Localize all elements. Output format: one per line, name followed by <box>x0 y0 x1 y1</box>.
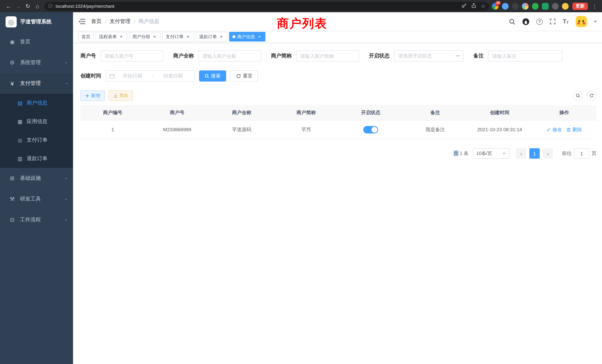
github-icon[interactable] <box>522 18 529 25</box>
sidebar-item-label: 商户信息 <box>27 100 47 106</box>
close-icon[interactable]: × <box>152 34 157 39</box>
tab-home[interactable]: 首页 <box>78 32 94 42</box>
share-icon[interactable] <box>471 3 476 10</box>
prev-page-button[interactable]: ‹ <box>516 148 526 159</box>
goto-page-input[interactable] <box>574 148 589 159</box>
toolbar-right <box>573 91 596 101</box>
tab-pay-order[interactable]: 支付订单× <box>162 32 194 42</box>
date-range-picker[interactable]: 开始日期 - 结束日期 <box>106 70 195 82</box>
page-info-icon[interactable]: ⓘ <box>48 3 53 9</box>
sidebar-item-system[interactable]: ⚙ 系统管理 › <box>0 52 73 73</box>
back-icon[interactable]: ← <box>4 1 13 11</box>
filter-remark: 备注 <box>473 50 562 62</box>
reset-button[interactable]: 重置 <box>231 70 258 82</box>
table-row: 1 M233666999 芋道源码 芋艿 我是备注 2021-10-23 08:… <box>80 120 596 139</box>
search-icon[interactable] <box>509 18 515 25</box>
close-icon[interactable]: × <box>119 34 124 39</box>
delete-link[interactable]: 删除 <box>566 126 582 133</box>
sidebar-item-payment[interactable]: ¥ 支付管理 › <box>0 73 73 94</box>
col-header: 商户号 <box>145 109 209 116</box>
export-button[interactable]: 导出 <box>109 90 133 101</box>
address-bar[interactable]: ⓘ localhost:1024/pay/merchant ☆ <box>44 2 489 11</box>
extension-face-icon[interactable] <box>562 3 569 10</box>
plus-icon <box>85 94 89 98</box>
sidebar-item-app-info[interactable]: ▦ 应用信息 <box>0 112 73 131</box>
col-header: 备注 <box>403 109 467 116</box>
close-icon[interactable]: × <box>219 34 224 39</box>
toggle-search-button[interactable] <box>573 91 583 101</box>
browser-menu-icon[interactable]: ⋮ <box>591 3 598 9</box>
page-1-button[interactable]: 1 <box>529 148 540 159</box>
close-icon[interactable]: × <box>257 34 262 39</box>
extension-grid-icon[interactable]: 10 <box>492 3 499 10</box>
full-name-input[interactable] <box>198 50 261 62</box>
edit-link[interactable]: 修改 <box>546 126 562 133</box>
sidebar-item-label: 系统管理 <box>20 59 65 66</box>
breadcrumb-payment[interactable]: 支付管理 <box>110 18 130 25</box>
extension-color-icon[interactable] <box>522 3 529 10</box>
total-count: 1 <box>460 150 462 156</box>
sidebar-item-infrastructure[interactable]: ⊞ 基础设施 › <box>0 168 73 189</box>
remark-input[interactable] <box>488 50 562 62</box>
sidebar-item-pay-order[interactable]: ◎ 支付订单 <box>0 131 73 149</box>
sidebar-item-label: 研发工具 <box>20 196 65 202</box>
password-key-icon[interactable] <box>462 3 467 10</box>
refresh-table-button[interactable] <box>586 91 596 101</box>
tab-refund-order[interactable]: 退款订单× <box>196 32 227 42</box>
end-date-placeholder[interactable]: 结束日期 <box>155 73 191 79</box>
sidebar-item-dev-tools[interactable]: ⚒ 研发工具 › <box>0 189 73 209</box>
sidebar-item-home[interactable]: ◉ 首页 <box>0 32 73 52</box>
help-icon[interactable]: ? <box>536 18 543 25</box>
extension-dark-icon[interactable] <box>512 3 519 10</box>
sidebar-item-refund-order[interactable]: ▥ 退款订单 <box>0 149 73 168</box>
fullscreen-icon[interactable] <box>550 19 556 24</box>
tab-label: 商户信息 <box>237 33 255 40</box>
extension-pinwheel-icon[interactable] <box>552 3 559 10</box>
breadcrumb-current: 商户信息 <box>139 18 159 25</box>
red-annotation-text: 商户列表 <box>277 16 327 32</box>
col-header: 商户编号 <box>80 109 145 116</box>
font-size-icon[interactable]: TT <box>563 19 569 24</box>
browser-update-button[interactable]: 更新 <box>572 2 588 10</box>
search-button[interactable]: 搜索 <box>199 70 226 82</box>
home-icon[interactable]: ⌂ <box>33 1 42 11</box>
app-logo[interactable]: 芋道管理系统 <box>0 12 73 32</box>
bookmark-star-icon[interactable]: ☆ <box>481 3 485 9</box>
next-page-button[interactable]: › <box>543 148 553 159</box>
sidebar-item-merchant-info[interactable]: ▤ 商户信息 <box>0 94 73 112</box>
reset-button-label: 重置 <box>243 73 252 79</box>
short-name-input[interactable] <box>296 50 359 62</box>
extension-green-square-icon[interactable] <box>542 3 549 10</box>
main-area: 首页 / 支付管理 / 商户信息 商户列表 ? <box>73 12 602 364</box>
breadcrumb: 首页 / 支付管理 / 商户信息 <box>91 18 159 25</box>
start-date-placeholder[interactable]: 开始日期 <box>115 73 150 79</box>
reload-icon[interactable]: ↻ <box>23 1 33 11</box>
status-select[interactable]: 请选择开启状态 <box>394 50 464 62</box>
extension-green-circle-icon[interactable] <box>532 3 539 10</box>
monitor-icon: ⊞ <box>8 175 16 182</box>
chevron-down-icon: › <box>64 198 69 200</box>
avatar-dropdown-caret-icon[interactable] <box>594 21 597 24</box>
hamburger-icon[interactable] <box>79 19 85 24</box>
url-text: localhost:1024/pay/merchant <box>56 3 462 9</box>
field-label: 创建时间 <box>80 73 101 79</box>
add-button[interactable]: 新增 <box>80 90 105 101</box>
col-header: 创建时间 <box>467 109 532 116</box>
page-size-select[interactable]: 10条/页 <box>473 148 509 159</box>
table-header-row: 商户编号 商户号 商户全称 商户简称 开启状态 备注 创建时间 操作 <box>80 105 596 120</box>
close-icon[interactable]: × <box>185 34 191 39</box>
tab-process-form[interactable]: 流程表单× <box>96 32 127 42</box>
yen-icon: ¥ <box>8 80 16 86</box>
forward-icon[interactable]: → <box>13 1 23 11</box>
tab-user-group[interactable]: 用户分组× <box>129 32 161 42</box>
breadcrumb-home[interactable]: 首页 <box>91 18 102 25</box>
sidebar-item-workflow[interactable]: ⊟ 工作流程 › <box>0 209 73 230</box>
extension-drop-icon[interactable] <box>502 3 509 10</box>
merchant-no-input[interactable] <box>100 50 163 62</box>
user-avatar[interactable] <box>576 16 587 27</box>
select-caret-icon <box>502 152 506 156</box>
field-label: 开启状态 <box>369 53 390 59</box>
page-jumper: 前往 页 <box>562 148 596 159</box>
tab-merchant-info[interactable]: 商户信息× <box>229 32 265 42</box>
status-toggle[interactable] <box>363 126 378 133</box>
